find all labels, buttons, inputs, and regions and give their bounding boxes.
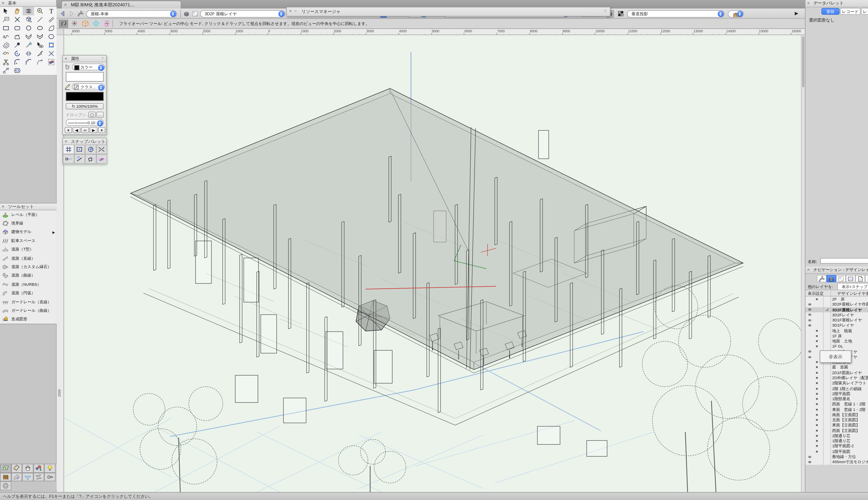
chevron-updown-icon[interactable] <box>278 11 284 17</box>
layer-row[interactable]: ×地上 植栽7 <box>806 328 868 333</box>
hidden-mark[interactable]: × <box>814 423 820 428</box>
navigation-palette-titlebar[interactable]: × ナビゲーション - デザインレイヤ ? <box>806 266 868 274</box>
layer-table-header[interactable]: 表示設定 デザインレイヤ名 # <box>806 290 868 296</box>
attr-menu-right-icon[interactable]: ▾ <box>98 127 105 133</box>
category-machine-design[interactable] <box>0 481 11 490</box>
layer-row[interactable]: 3D2Fレイヤ4 <box>806 312 868 318</box>
extend-tool[interactable] <box>34 58 45 66</box>
submenu-arrow-icon[interactable]: ▶ <box>53 230 55 234</box>
layer-row[interactable]: ×西面【立面図】26 <box>806 428 868 433</box>
attr-menu-left-icon[interactable]: ▾ <box>65 127 72 133</box>
clip-tool[interactable] <box>0 58 11 66</box>
render-mode-button[interactable] <box>728 10 744 17</box>
hidden-mark[interactable]: × <box>814 433 820 438</box>
layer-row[interactable]: ×東面 窓線 1・2階22 <box>806 407 868 412</box>
nav-viewports-button[interactable] <box>846 275 856 282</box>
visible-eye-icon[interactable] <box>807 312 813 318</box>
hidden-mark[interactable]: × <box>814 401 820 407</box>
chevron-updown-icon[interactable] <box>97 120 103 126</box>
toolset-item[interactable]: 造成図形 <box>0 315 57 323</box>
close-icon[interactable]: × <box>2 0 4 6</box>
chevron-updown-icon[interactable] <box>98 65 104 71</box>
nav-classes-button[interactable] <box>836 275 846 282</box>
layer-name[interactable]: 西面【立面図】 <box>832 428 868 433</box>
smart-point-snap[interactable] <box>85 154 96 164</box>
snap-to-object[interactable] <box>74 145 85 154</box>
rounded-rectangle-tool[interactable] <box>11 24 23 32</box>
category-visualization[interactable] <box>44 464 55 473</box>
hidden-mark[interactable]: × <box>814 386 820 391</box>
resource-manager-palette[interactable]: × − リソースマネージャ ? <box>286 7 610 16</box>
pan-tool[interactable] <box>11 7 23 15</box>
toolset-item[interactable]: 道路（カスタム縁石） <box>0 263 57 271</box>
rectangle-tool[interactable] <box>0 24 11 32</box>
layers-icon[interactable] <box>182 10 191 17</box>
select-similar-tool[interactable] <box>34 41 45 49</box>
close-icon[interactable]: × <box>807 266 810 273</box>
visibility-cell[interactable] <box>807 433 813 438</box>
category-furnishings[interactable] <box>0 473 11 481</box>
layer-name[interactable]: 南面【立面図】 <box>832 412 868 417</box>
toolset-item[interactable]: ガードレール（曲線） <box>0 306 57 315</box>
layer-row[interactable]: 敷地線・方位31 <box>806 454 868 459</box>
reshape-tool[interactable] <box>45 41 57 49</box>
visibility-cell[interactable] <box>807 344 813 349</box>
chamfer-tool[interactable] <box>23 58 34 66</box>
toolset-item[interactable]: 建物モデル▶ <box>0 228 57 237</box>
toolset-item[interactable]: 道路（直線） <box>0 254 57 263</box>
layer-row[interactable]: ×2F 床1 <box>806 296 868 302</box>
visibility-cell[interactable] <box>807 370 813 375</box>
category-structural[interactable] <box>33 473 44 481</box>
layer-row[interactable]: ×2階通り芯27 <box>806 433 868 438</box>
ruler-corner[interactable] <box>57 29 64 35</box>
layer-name[interactable]: 3D2F屋根レイヤ <box>832 307 868 312</box>
multi-view-icon[interactable] <box>617 10 625 17</box>
hidden-mark[interactable] <box>814 302 820 307</box>
hidden-mark[interactable]: × <box>814 360 820 365</box>
projection-select[interactable]: 垂直投影 <box>627 10 724 17</box>
toolset-palette-titlebar[interactable]: × ツールセット <box>0 204 57 210</box>
link-attributes-icon[interactable]: ∞ <box>81 127 89 133</box>
snap-to-intersection[interactable] <box>96 145 107 154</box>
snap-to-angle[interactable] <box>85 145 96 154</box>
visibility-cell[interactable] <box>807 423 813 428</box>
layer-row[interactable]: 3D1F屋根レイヤ5 <box>806 318 868 323</box>
nav-design-layers-button[interactable] <box>826 275 836 282</box>
hidden-mark[interactable]: × <box>814 417 820 423</box>
visibility-cell[interactable] <box>807 407 813 412</box>
hidden-mark[interactable]: × <box>814 333 820 339</box>
help-icon[interactable]: ? <box>604 7 607 16</box>
layer-name[interactable]: 1階通り芯 <box>832 439 868 444</box>
hidden-mark[interactable]: × <box>814 370 820 375</box>
hidden-mark[interactable]: × <box>814 444 820 449</box>
hidden-mark[interactable] <box>814 318 820 323</box>
layer-name[interactable]: 東面【立面図】 <box>832 423 868 428</box>
hidden-mark[interactable]: × <box>814 407 820 412</box>
nav-references-button[interactable] <box>865 275 868 282</box>
category-3d-modeling[interactable] <box>33 464 44 473</box>
hidden-mark[interactable]: × <box>814 375 820 380</box>
magic-wand-tool[interactable] <box>23 41 34 49</box>
layer-row[interactable]: ×2階 1階との鎖線18 <box>806 386 868 391</box>
attributes-palette-titlebar[interactable]: × 属性 ? <box>63 56 106 62</box>
polyline-tool[interactable] <box>11 32 23 41</box>
close-icon[interactable]: × <box>65 56 67 62</box>
layer-name[interactable]: 455mm寸法モロジナル製図… <box>832 459 868 465</box>
visible-eye-icon[interactable] <box>807 459 813 465</box>
layer-name[interactable]: 1階平面図-2 <box>832 444 868 449</box>
layer-row[interactable]: 3D1Fレイヤ6 <box>806 323 868 328</box>
name-input[interactable] <box>820 258 868 264</box>
rotate-tool[interactable] <box>11 49 23 58</box>
layer-name[interactable]: 1F GL <box>832 344 868 349</box>
layer-row[interactable]: ×2階家具レイアウト17 <box>806 380 868 386</box>
working-plane-mode[interactable] <box>91 20 100 27</box>
split-tool[interactable] <box>34 49 45 58</box>
saved-view-select[interactable]: 屋根-本体 <box>86 10 177 17</box>
category-plumbing[interactable] <box>22 473 33 481</box>
object-center-mode[interactable] <box>70 20 79 27</box>
pen-style-select[interactable]: クラス… <box>72 83 105 90</box>
next-attributes-icon[interactable]: ▶ <box>90 127 98 133</box>
visibility-cell[interactable] <box>807 439 813 444</box>
back-button[interactable] <box>59 10 67 17</box>
visibility-cell[interactable] <box>807 380 813 386</box>
